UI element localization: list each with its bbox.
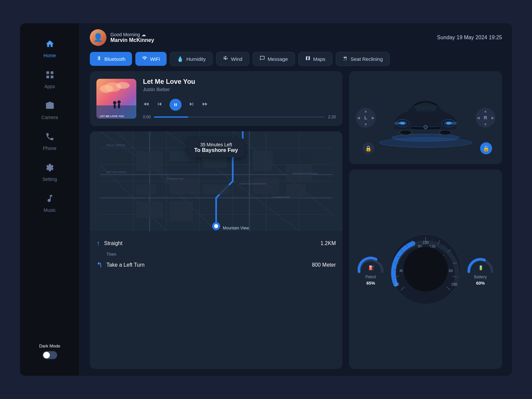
svg-text:EESTON MDWS: EESTON MDWS bbox=[106, 171, 126, 174]
svg-rect-11 bbox=[114, 104, 116, 108]
song-title: Let Me Love You bbox=[143, 78, 336, 85]
right-seat-disc[interactable]: ▲ ▼ ◀ ▶ R bbox=[475, 108, 495, 128]
car-image-container bbox=[386, 84, 466, 151]
home-label: Home bbox=[44, 53, 56, 58]
svg-point-68 bbox=[440, 130, 452, 135]
main-content: 👤 Good Morning ☁ Marvin McKinney Sunday … bbox=[80, 23, 512, 376]
sidebar-item-apps[interactable]: Apps bbox=[20, 64, 79, 95]
right-left-arrow: ◀ bbox=[477, 116, 479, 120]
music-label: Music bbox=[44, 207, 56, 213]
svg-rect-40 bbox=[170, 178, 200, 195]
sidebar-item-camera[interactable]: Camera bbox=[20, 95, 79, 126]
message-button[interactable]: Message bbox=[253, 52, 295, 66]
bluetooth-button[interactable]: Bluetooth bbox=[90, 52, 132, 66]
progress-track[interactable] bbox=[154, 116, 325, 118]
next-button[interactable] bbox=[188, 101, 195, 109]
progress-bar: 0:00 2:20 bbox=[143, 115, 336, 119]
svg-rect-42 bbox=[253, 178, 279, 195]
battery-value: 60% bbox=[476, 281, 485, 286]
phone-icon bbox=[45, 132, 55, 144]
svg-rect-41 bbox=[253, 151, 273, 171]
left-down-arrow: ▼ bbox=[364, 122, 368, 126]
svg-text:100: 100 bbox=[423, 240, 429, 244]
svg-text:Bayshore Fwy: Bayshore Fwy bbox=[166, 177, 183, 180]
svg-point-107 bbox=[403, 247, 448, 292]
direction2-dist: 800 Meter bbox=[312, 262, 336, 268]
prev-button[interactable] bbox=[156, 101, 163, 109]
screen: Home Apps Camera bbox=[20, 23, 512, 376]
wind-label: Wind bbox=[231, 56, 242, 62]
bluetooth-icon bbox=[96, 56, 102, 62]
phone-label: Phone bbox=[43, 146, 56, 151]
svg-point-49 bbox=[214, 224, 218, 228]
right-seat-label: R bbox=[484, 115, 487, 120]
svg-rect-0 bbox=[46, 71, 49, 74]
dark-mode-toggle[interactable] bbox=[43, 351, 57, 359]
sidebar-item-phone[interactable]: Phone bbox=[20, 126, 79, 157]
maps-button[interactable]: Maps bbox=[298, 52, 332, 66]
map-tooltip: 35 Minutes Left To Bayshore Fwy bbox=[188, 138, 244, 157]
car-display: ▲ ▼ ◀ ▶ L bbox=[349, 71, 502, 164]
user-info: 👤 Good Morning ☁ Marvin McKinney bbox=[90, 29, 154, 46]
seat-icon bbox=[343, 56, 348, 62]
home-icon bbox=[45, 39, 55, 51]
wifi-button[interactable]: WiFi bbox=[135, 52, 167, 66]
direction1-dist: 1.2KM bbox=[321, 240, 336, 246]
datetime: Sunday 19 May 2024 19:25 bbox=[437, 35, 502, 41]
svg-rect-45 bbox=[203, 185, 229, 195]
sidebar-bottom: Dark Mode bbox=[20, 337, 79, 366]
humidity-icon: 💧 bbox=[177, 56, 184, 62]
toolbar: Bluetooth WiFi 💧 Humidity Wind bbox=[80, 52, 512, 71]
svg-rect-43 bbox=[136, 201, 163, 218]
sidebar-item-music[interactable]: Music bbox=[20, 188, 79, 219]
svg-text:40: 40 bbox=[399, 269, 403, 273]
sidebar-item-setting[interactable]: Setting bbox=[20, 157, 79, 188]
progress-fill bbox=[154, 116, 188, 118]
wind-icon bbox=[223, 56, 228, 62]
svg-text:Mountain View: Mountain View bbox=[223, 226, 249, 230]
seat-button[interactable]: Seat Reclining bbox=[336, 52, 390, 66]
music-icon bbox=[45, 194, 55, 205]
greeting: Good Morning ☁ bbox=[110, 32, 154, 37]
destination-label: To Bayshore Fwy bbox=[194, 147, 238, 153]
fast-forward-button[interactable] bbox=[201, 101, 208, 109]
content-area: LET ME LOVE YOU Let Me Love You Justin B… bbox=[80, 71, 512, 376]
camera-label: Camera bbox=[42, 115, 58, 120]
wind-button[interactable]: Wind bbox=[216, 52, 249, 66]
left-up-arrow: ▲ bbox=[364, 109, 368, 113]
play-pause-button[interactable] bbox=[170, 99, 182, 111]
right-right-arrow: ▶ bbox=[491, 116, 494, 120]
left-seat-disc[interactable]: ▲ ▼ ◀ ▶ L bbox=[356, 108, 376, 128]
battery-label: Battery bbox=[474, 275, 487, 279]
svg-text:LET ME LOVE YOU: LET ME LOVE YOU bbox=[100, 115, 124, 118]
svg-text:180: 180 bbox=[451, 282, 457, 286]
maps-label: Maps bbox=[313, 56, 326, 62]
message-label: Message bbox=[268, 56, 288, 62]
apps-icon bbox=[45, 70, 55, 82]
svg-rect-70 bbox=[400, 123, 401, 124]
sidebar-item-home[interactable]: Home bbox=[20, 33, 79, 64]
time-current: 0:00 bbox=[143, 115, 151, 119]
svg-rect-71 bbox=[450, 122, 451, 123]
rewind-button[interactable] bbox=[143, 101, 150, 109]
avatar-image: 👤 bbox=[90, 29, 106, 46]
svg-rect-1 bbox=[51, 71, 53, 74]
right-seat-control: ▲ ▼ ◀ ▶ R bbox=[475, 108, 495, 128]
direction2-text: Take a Left Turn bbox=[106, 262, 308, 268]
humidity-button[interactable]: 💧 Humidity bbox=[170, 52, 212, 66]
artist: Justin Bieber bbox=[143, 87, 336, 92]
car-platform bbox=[379, 138, 472, 148]
music-info: Let Me Love You Justin Bieber bbox=[143, 78, 336, 119]
svg-point-10 bbox=[113, 101, 116, 104]
time-total: 2:20 bbox=[328, 115, 336, 119]
left-lock-button[interactable]: 🔒 bbox=[362, 142, 374, 154]
left-panel: LET ME LOVE YOU Let Me Love You Justin B… bbox=[90, 71, 342, 369]
battery-gauge-arc: 🔋 bbox=[466, 253, 495, 273]
svg-rect-3 bbox=[51, 75, 53, 78]
svg-rect-72 bbox=[451, 123, 452, 124]
music-player: LET ME LOVE YOU Let Me Love You Justin B… bbox=[90, 71, 342, 126]
svg-rect-39 bbox=[136, 185, 156, 195]
petrol-label: Petrol bbox=[365, 275, 376, 279]
right-lock-button[interactable]: 🔒 bbox=[480, 142, 492, 154]
svg-point-67 bbox=[400, 130, 412, 135]
